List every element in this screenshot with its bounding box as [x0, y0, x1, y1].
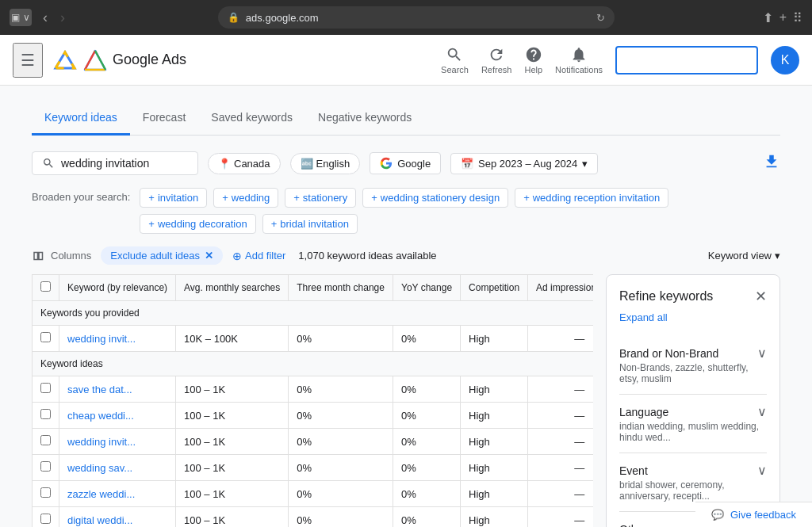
reload-icon[interactable]: ↻ — [596, 12, 605, 24]
broaden-tag-stationery[interactable]: + stationery — [285, 188, 356, 208]
feedback-footer[interactable]: 💬 Give feedback — [695, 502, 812, 527]
plus-icon-3: + — [293, 192, 300, 204]
main-layout: Keyword (by relevance) Avg. monthly sear… — [32, 274, 780, 527]
chevron-language-icon: ∨ — [757, 404, 767, 419]
new-tab-button[interactable]: + — [779, 10, 787, 25]
tab-icon-btn[interactable]: ▣ ∨ — [10, 9, 32, 26]
expand-all-link[interactable]: Expand all — [619, 311, 767, 323]
row-checkbox-cell[interactable] — [33, 326, 59, 352]
help-icon — [525, 46, 542, 63]
network-value: Google — [397, 158, 431, 170]
notifications-nav-button[interactable]: Notifications — [555, 46, 603, 74]
table-row: wedding sav... 100 – 1K 0% 0% High — CA$… — [33, 455, 594, 481]
language-value: English — [316, 158, 350, 170]
refine-item-brand[interactable]: Brand or Non-Brand ∨ Non-Brands, zazzle,… — [619, 336, 767, 395]
feedback-label: Give feedback — [730, 509, 796, 521]
campaign-search-box[interactable] — [615, 46, 758, 74]
select-all-checkbox[interactable] — [40, 281, 51, 292]
share-button[interactable]: ⬆ — [763, 10, 773, 25]
date-range-value: Sep 2023 – Aug 2024 — [478, 158, 577, 170]
tab-forecast[interactable]: Forecast — [130, 101, 198, 136]
hamburger-menu[interactable]: ☰ — [13, 43, 43, 78]
calendar-icon: 📅 — [461, 158, 473, 170]
row-checkbox[interactable] — [40, 332, 51, 342]
browser-bar: ▣ ∨ ‹ › 🔒 ads.google.com ↻ ⬆ + ⠿ — [0, 0, 812, 35]
location-filter[interactable]: 📍 Canada — [208, 153, 281, 174]
svg-line-5 — [95, 51, 105, 70]
main-content: Keyword ideas Forecast Saved keywords Ne… — [0, 86, 812, 527]
row-checkbox-5[interactable] — [40, 514, 51, 524]
row-checkbox-3[interactable] — [40, 461, 51, 472]
broaden-tag-decoration[interactable]: + wedding decoration — [140, 214, 255, 234]
row-checkbox-2[interactable] — [40, 435, 51, 445]
tab-keyword-ideas[interactable]: Keyword ideas — [32, 101, 130, 136]
refine-item-language[interactable]: Language ∨ indian wedding, muslim weddin… — [619, 395, 767, 453]
row-checkbox-4[interactable] — [40, 487, 51, 498]
ad-impression-cell: — — [528, 326, 593, 352]
broaden-search-section: Broaden your search: + invitation + wedd… — [32, 188, 780, 234]
back-button[interactable]: ‹ — [38, 8, 52, 28]
network-filter[interactable]: Google — [370, 152, 441, 174]
search-input[interactable] — [61, 157, 188, 170]
table-controls: Columns Exclude adult ideas ✕ ⊕ Add filt… — [32, 246, 780, 265]
broaden-tag-bridal-invitation[interactable]: + bridal invitation — [262, 214, 358, 234]
date-filter[interactable]: 📅 Sep 2023 – Aug 2024 ▾ — [450, 153, 598, 174]
language-filter[interactable]: 🔤 English — [290, 153, 361, 174]
filter-bar: 📍 Canada 🔤 English Google 📅 Sep 2023 – A… — [32, 151, 780, 175]
columns-button[interactable]: Columns — [32, 249, 91, 263]
search-icon — [446, 46, 463, 63]
address-bar[interactable]: 🔒 ads.google.com ↻ — [218, 6, 615, 29]
language-icon: 🔤 — [301, 158, 313, 170]
plus-icon-7: + — [271, 218, 278, 230]
broaden-tag-wedding[interactable]: + wedding — [213, 188, 278, 208]
header-competition: Competition — [461, 275, 528, 301]
google-ads-logo-svg — [82, 48, 108, 73]
broaden-tag-invitation[interactable]: + invitation — [140, 188, 207, 208]
row-checkbox-0[interactable] — [40, 383, 51, 393]
forward-button[interactable]: › — [56, 8, 70, 28]
top-navigation: ☰ Google Ads Search — [0, 35, 812, 86]
extensions-button[interactable]: ⠿ — [793, 10, 802, 25]
refine-close-button[interactable]: ✕ — [755, 288, 767, 305]
keyword-view-button[interactable]: Keyword view ▾ — [708, 250, 780, 262]
row-checkbox-cell-0[interactable] — [33, 376, 59, 403]
plus-icon-4: + — [371, 192, 377, 204]
location-value: Canada — [234, 158, 270, 170]
broaden-tag-reception-invitation[interactable]: + wedding reception invitation — [515, 188, 668, 208]
plus-icon-5: + — [523, 192, 530, 204]
keyword-search-wrap[interactable] — [32, 151, 198, 175]
keyword-cell-0: save the dat... — [59, 376, 176, 403]
tab-saved-keywords[interactable]: Saved keywords — [198, 101, 305, 136]
search-nav-button[interactable]: Search — [441, 46, 469, 74]
header-three-month: Three month change — [289, 275, 393, 301]
yoy-cell: 0% — [393, 326, 460, 352]
row-checkbox-1[interactable] — [40, 409, 51, 419]
help-nav-button[interactable]: Help — [524, 46, 542, 74]
url-text: ads.google.com — [246, 12, 319, 24]
section-header-provided: Keywords you provided — [33, 301, 594, 326]
browser-tab-controls: ▣ ∨ — [10, 9, 32, 26]
ideas-count: 1,070 keyword ideas available — [298, 250, 436, 262]
nav-right: Search Refresh Help Notifications K — [441, 46, 799, 74]
svg-marker-0 — [56, 52, 75, 68]
table-row: zazzle weddi... 100 – 1K 0% 0% High — CA… — [33, 481, 594, 507]
chevron-event-icon: ∨ — [757, 463, 767, 478]
add-filter-button[interactable]: ⊕ Add filter — [232, 250, 285, 262]
google-ads-logo-icon — [52, 48, 78, 73]
app-title: Google Ads — [113, 52, 186, 68]
bell-icon — [570, 46, 588, 63]
tab-negative-keywords[interactable]: Negative keywords — [305, 101, 424, 136]
exclude-close-icon[interactable]: ✕ — [205, 250, 213, 262]
nav-left: ☰ Google Ads — [13, 43, 186, 78]
header-checkbox[interactable] — [33, 275, 59, 301]
refresh-nav-button[interactable]: Refresh — [481, 46, 512, 74]
svg-marker-1 — [56, 52, 75, 68]
broaden-tag-stationery-design[interactable]: + wedding stationery design — [362, 188, 508, 208]
header-avg-monthly: Avg. monthly searches — [176, 275, 289, 301]
user-avatar[interactable]: K — [771, 46, 799, 74]
location-pin-icon: 📍 — [218, 158, 231, 170]
refresh-icon — [488, 46, 505, 63]
search-icon-small — [42, 157, 55, 170]
download-button[interactable] — [763, 153, 780, 174]
filter-icon: ⊕ — [232, 250, 242, 262]
